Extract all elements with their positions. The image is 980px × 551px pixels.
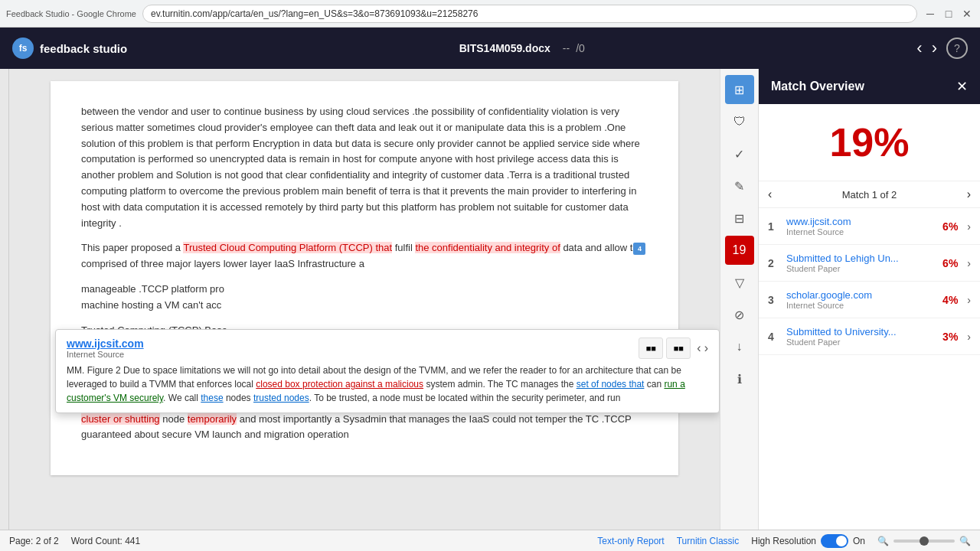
popup-icon-group: ■■ ■■ bbox=[639, 337, 691, 359]
high-resolution-toggle[interactable] bbox=[821, 534, 848, 548]
word-count: Word Count: 441 bbox=[71, 536, 141, 546]
logo-icon: fs bbox=[12, 37, 34, 59]
document-filename: BITS14M059.docx bbox=[459, 42, 550, 54]
text-only-report-link[interactable]: Text-only Report bbox=[597, 536, 664, 546]
previous-button[interactable]: ‹ bbox=[916, 38, 922, 58]
sidebar-match-count-btn[interactable]: 19 bbox=[725, 236, 754, 265]
sidebar-grid-btn[interactable]: ⊟ bbox=[725, 204, 754, 233]
match-type-2: Student Paper bbox=[786, 264, 936, 273]
sidebar-block-btn[interactable]: ⊘ bbox=[725, 300, 754, 329]
match-info-2: Submitted to Lehigh Un... Student Paper bbox=[786, 253, 936, 273]
match-arrow-2: › bbox=[967, 257, 971, 269]
next-button[interactable]: › bbox=[932, 38, 937, 58]
match-close-button[interactable]: ✕ bbox=[956, 78, 968, 95]
header-center: BITS14M059.docx -- /0 bbox=[136, 42, 907, 54]
highlight-trusted-cloud: Trusted Cloud Computing Platform (TCCP) … bbox=[183, 242, 392, 253]
popup-next-btn[interactable]: › bbox=[704, 341, 708, 355]
ref-4: 4 bbox=[633, 243, 645, 255]
sidebar-info-btn[interactable]: ℹ bbox=[725, 364, 754, 393]
sidebar-check-btn[interactable]: ✓ bbox=[725, 139, 754, 168]
source-popup[interactable]: www.ijcsit.com Internet Source ■■ ■■ ‹ ›… bbox=[55, 329, 720, 413]
close-button[interactable]: ✕ bbox=[960, 7, 974, 21]
match-num-4: 4 bbox=[768, 331, 780, 343]
match-type-1: Internet Source bbox=[786, 227, 936, 236]
match-overview-title: Match Overview bbox=[771, 80, 864, 93]
match-arrow-3: › bbox=[967, 294, 971, 306]
match-item-3[interactable]: 3 scholar.google.com Internet Source 4% … bbox=[759, 282, 980, 318]
match-prev-btn[interactable]: ‹ bbox=[768, 187, 772, 201]
address-bar[interactable]: ev.turnitin.com/app/carta/en_us/?lang=en… bbox=[142, 5, 917, 23]
high-resolution-label: High Resolution bbox=[751, 536, 816, 546]
popup-icon-2[interactable]: ■■ bbox=[666, 337, 691, 359]
zoom-control: 🔍 🔍 bbox=[877, 536, 971, 546]
sidebar-shield-btn[interactable]: 🛡 bbox=[725, 107, 754, 136]
zoom-icon: 🔍 bbox=[877, 536, 889, 546]
high-resolution-toggle-container: High Resolution On bbox=[751, 534, 865, 548]
popup-highlight-4: these bbox=[201, 393, 223, 403]
match-type-3: Internet Source bbox=[786, 301, 936, 310]
left-sidebar bbox=[0, 69, 9, 530]
match-source-4: Submitted to University... bbox=[786, 326, 936, 337]
paragraph-1: between the vendor and user to continue … bbox=[81, 104, 648, 231]
match-percent-1: 6% bbox=[942, 220, 958, 233]
popup-highlight-2: set of nodes that bbox=[577, 379, 645, 390]
app-header: fs feedback studio BITS14M059.docx -- /0… bbox=[0, 28, 980, 69]
zoom-thumb bbox=[920, 536, 929, 546]
paragraph-2-cont: comprised of three major layers lower la… bbox=[81, 258, 364, 269]
paragraph-2: This paper proposed a Trusted Cloud Comp… bbox=[81, 240, 648, 272]
popup-source-type: Internet Source bbox=[67, 350, 144, 359]
popup-url[interactable]: www.ijcsit.com bbox=[67, 337, 144, 350]
match-percent-4: 3% bbox=[942, 331, 958, 343]
match-next-btn[interactable]: › bbox=[967, 187, 971, 201]
highlight-temporarily: temporarily bbox=[188, 413, 237, 425]
match-num-2: 2 bbox=[768, 257, 780, 269]
header-right: ‹ › ? bbox=[916, 37, 968, 59]
popup-icon-1[interactable]: ■■ bbox=[639, 337, 663, 359]
status-bar: Page: 2 of 2 Word Count: 441 Text-only R… bbox=[0, 530, 980, 551]
browser-title-text: Feedback Studio - Google Chrome bbox=[6, 9, 136, 18]
match-item-4[interactable]: 4 Submitted to University... Student Pap… bbox=[759, 318, 980, 355]
sidebar-download-btn[interactable]: ↓ bbox=[725, 332, 754, 361]
window-controls[interactable]: ─ □ ✕ bbox=[923, 7, 974, 21]
popup-header: www.ijcsit.com Internet Source ■■ ■■ ‹ › bbox=[67, 337, 708, 359]
browser-controls: Feedback Studio - Google Chrome bbox=[6, 9, 136, 18]
match-list: 1 www.ijcsit.com Internet Source 6% › 2 … bbox=[759, 208, 980, 530]
right-sidebar: ⊞ 🛡 ✓ ✎ ⊟ 19 ▽ ⊘ ↓ ℹ bbox=[720, 69, 758, 530]
page-navigation: -- /0 bbox=[563, 42, 585, 54]
match-num-3: 3 bbox=[768, 294, 780, 306]
match-nav-label: Match 1 of 2 bbox=[842, 189, 897, 201]
match-arrow-1: › bbox=[967, 220, 971, 233]
maximize-button[interactable]: □ bbox=[942, 7, 956, 21]
popup-nav: ‹ › bbox=[697, 341, 708, 355]
match-info-1: www.ijcsit.com Internet Source bbox=[786, 216, 936, 236]
match-overview-header: Match Overview ✕ bbox=[759, 69, 980, 104]
toggle-knob bbox=[836, 536, 847, 546]
match-source-1: www.ijcsit.com bbox=[786, 216, 936, 227]
match-arrow-4: › bbox=[967, 331, 971, 343]
match-item-2[interactable]: 2 Submitted to Lehigh Un... Student Pape… bbox=[759, 245, 980, 282]
help-button[interactable]: ? bbox=[946, 37, 968, 59]
app-name: feedback studio bbox=[40, 42, 127, 55]
browser-title-bar: Feedback Studio - Google Chrome ev.turni… bbox=[0, 0, 980, 28]
match-info-4: Submitted to University... Student Paper bbox=[786, 326, 936, 347]
document-area[interactable]: between the vendor and user to continue … bbox=[9, 69, 720, 530]
sidebar-layers-btn[interactable]: ⊞ bbox=[725, 75, 754, 104]
match-percentage: 19% bbox=[759, 104, 980, 181]
minimize-button[interactable]: ─ bbox=[923, 7, 937, 21]
sidebar-filter-btn[interactable]: ▽ bbox=[725, 268, 754, 297]
turnitin-classic-link[interactable]: Turnitin Classic bbox=[677, 536, 740, 546]
match-percent-3: 4% bbox=[942, 294, 958, 306]
main-container: between the vendor and user to continue … bbox=[0, 69, 980, 530]
highlight-cluster: cluster or shutting bbox=[81, 413, 160, 425]
status-bar-right: Text-only Report Turnitin Classic High R… bbox=[597, 534, 971, 548]
zoom-slider[interactable] bbox=[893, 540, 955, 543]
match-navigation: ‹ Match 1 of 2 › bbox=[759, 181, 980, 208]
highlight-confidentiality: the confidentiality and integrity of bbox=[415, 242, 560, 253]
popup-prev-btn[interactable]: ‹ bbox=[697, 341, 701, 355]
popup-highlight-1: closed box protection against a maliciou… bbox=[256, 379, 423, 390]
match-source-3: scholar.google.com bbox=[786, 289, 936, 301]
sidebar-edit-btn[interactable]: ✎ bbox=[725, 171, 754, 201]
page-current: -- bbox=[563, 42, 570, 54]
document-content: between the vendor and user to continue … bbox=[51, 81, 678, 475]
match-item-1[interactable]: 1 www.ijcsit.com Internet Source 6% › bbox=[759, 208, 980, 245]
